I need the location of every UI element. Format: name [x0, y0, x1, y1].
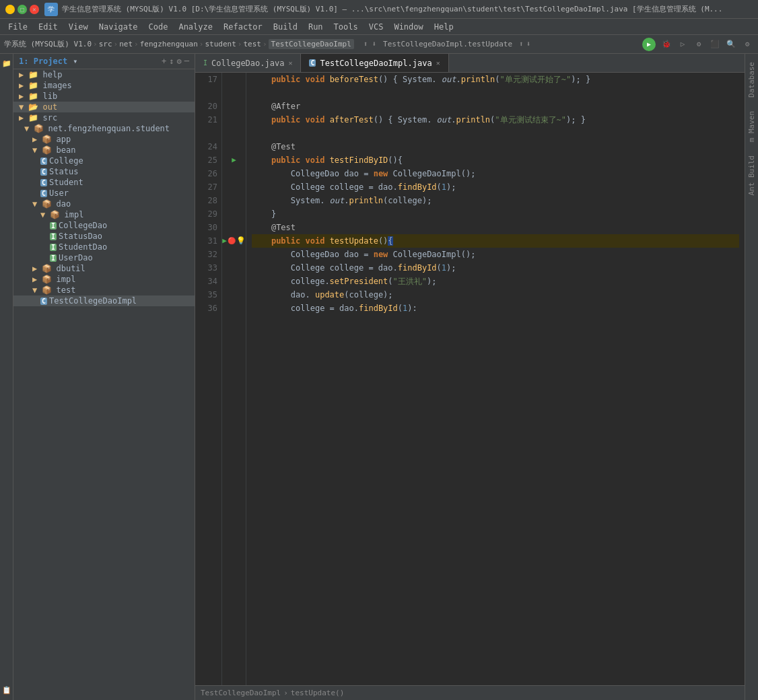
- menu-code[interactable]: Code: [143, 21, 174, 33]
- sidebar-add-icon[interactable]: +: [162, 57, 166, 66]
- code-line-34: college.setPresident("王洪礼");: [252, 275, 739, 288]
- close-button[interactable]: ✕: [30, 5, 39, 14]
- tree-label-package: net.fengzhengquan.student: [48, 124, 170, 133]
- breadcrumb-bar: 学系统 (MYSQL版) V1.0 › src › net › fengzhen…: [0, 35, 758, 54]
- minimize-button[interactable]: ─: [5, 5, 15, 14]
- folder-icon-impl: ▼ 📦: [40, 210, 60, 219]
- class-icon-status: C: [40, 168, 47, 176]
- sidebar-sync-icon[interactable]: ↕: [169, 57, 174, 66]
- run-arrow-31[interactable]: ▶: [222, 234, 227, 248]
- tree-label-statusdao: StatusDao: [59, 232, 102, 241]
- title-text: 学生信息管理系统 (MYSQL版) V1.0 [D:\学生信息管理系统 (MYS…: [62, 4, 753, 14]
- sidebar-settings-icon[interactable]: ⚙: [177, 57, 182, 66]
- gutter-25[interactable]: ▶: [222, 153, 246, 167]
- code-line-30: @Test: [252, 221, 739, 234]
- code-editor[interactable]: 17 20 21 24 25 26 27 28 29 30 31 32 33 3…: [195, 73, 745, 685]
- project-icon[interactable]: 📁: [1, 57, 13, 71]
- menu-edit[interactable]: Edit: [33, 21, 63, 33]
- interface-icon-studentdao: I: [50, 244, 57, 251]
- search-toolbar-button[interactable]: 🔍: [724, 38, 738, 51]
- tab-icon-collegedao: I: [203, 59, 207, 67]
- breadcrumb-method[interactable]: TestCollegeDaoImpl.testUpdate: [383, 40, 512, 48]
- sidebar-dropdown-icon[interactable]: ▾: [73, 57, 77, 66]
- gear-toolbar-button[interactable]: ⚙: [740, 38, 754, 51]
- tree-item-userdao[interactable]: I UserDao: [13, 252, 195, 263]
- breadcrumb-src[interactable]: src: [99, 40, 112, 48]
- run-button[interactable]: ▶: [642, 38, 656, 51]
- tree-label-user: User: [49, 188, 69, 198]
- breadcrumb-root[interactable]: 学系统 (MYSQL版) V1.0: [4, 39, 92, 49]
- tree-label-lib: lib: [42, 92, 57, 101]
- breadcrumb-fengzhengquan[interactable]: fengzhengquan: [140, 40, 198, 48]
- tree-item-studentdao[interactable]: I StudentDao: [13, 242, 195, 252]
- tree-item-package[interactable]: ▼ 📦 net.fengzhengquan.student: [13, 123, 195, 134]
- tree-item-user[interactable]: C User: [13, 188, 195, 199]
- tree-item-src[interactable]: ▶ 📁 src: [13, 112, 195, 123]
- menu-window[interactable]: Window: [388, 21, 428, 33]
- tree-item-collegedao[interactable]: I CollegeDao: [13, 220, 195, 231]
- menu-help[interactable]: Help: [429, 21, 459, 33]
- maven-panel-button[interactable]: m Maven: [746, 106, 757, 147]
- menu-refactor[interactable]: Refactor: [218, 21, 268, 33]
- breakpoint-icon-31[interactable]: 🔴: [228, 234, 236, 248]
- tree-item-impl[interactable]: ▼ 📦 impl: [13, 209, 195, 220]
- menu-tools[interactable]: Tools: [329, 21, 364, 33]
- tree-item-statusdao[interactable]: I StatusDao: [13, 231, 195, 242]
- gutter-21: [222, 113, 246, 127]
- more-run-options[interactable]: ▷: [676, 38, 689, 51]
- code-line-32: CollegeDao dao = new CollegeDaoImpl();: [252, 248, 739, 261]
- database-panel-button[interactable]: Database: [746, 57, 757, 103]
- lightbulb-icon-31[interactable]: 💡: [236, 234, 246, 248]
- tree-label-college: College: [49, 156, 83, 166]
- menu-analyze[interactable]: Analyze: [173, 21, 218, 33]
- maximize-button[interactable]: □: [18, 5, 27, 14]
- ant-build-panel-button[interactable]: Ant Build: [746, 150, 757, 201]
- menu-vcs[interactable]: VCS: [364, 21, 389, 33]
- tree-label-student: Student: [49, 178, 83, 187]
- tree-item-student[interactable]: C Student: [13, 177, 195, 188]
- menu-navigate[interactable]: Navigate: [94, 21, 143, 33]
- line-numbers: 17 20 21 24 25 26 27 28 29 30 31 32 33 3…: [195, 73, 222, 685]
- tree-item-impl2[interactable]: ▶ 📦 impl: [13, 274, 195, 285]
- breadcrumb-student[interactable]: student: [205, 40, 236, 48]
- tree-item-status[interactable]: C Status: [13, 166, 195, 177]
- tree-item-app[interactable]: ▶ 📦 app: [13, 134, 195, 145]
- tab-collegedao[interactable]: I CollegeDao.java ✕: [195, 54, 301, 72]
- tab-close-testcollegedaoimpl[interactable]: ✕: [436, 59, 440, 67]
- tree-item-testcollegedaoimpl[interactable]: C TestCollegeDaoImpl: [13, 295, 195, 306]
- tab-icon-testcollegedaoimpl: C: [309, 59, 316, 67]
- menu-run[interactable]: Run: [303, 21, 329, 33]
- editor-breadcrumb-class[interactable]: TestCollegeDaoImpl: [201, 689, 281, 697]
- tree-item-out[interactable]: ▼ 📂 out: [13, 102, 195, 112]
- editor-area: I CollegeDao.java ✕ C TestCollegeDaoImpl…: [195, 54, 745, 700]
- tree-item-dao[interactable]: ▼ 📦 dao: [13, 199, 195, 209]
- breadcrumb-test[interactable]: test: [243, 40, 261, 48]
- tab-testcollegedaoimpl[interactable]: C TestCollegeDaoImpl.java ✕: [301, 54, 448, 72]
- menu-build[interactable]: Build: [268, 21, 303, 33]
- folder-icon-impl2: ▶ 📦: [32, 275, 52, 284]
- tree-item-dbutil[interactable]: ▶ 📦 dbutil: [13, 263, 195, 274]
- breadcrumb-file[interactable]: TestCollegeDaoImpl: [269, 39, 354, 49]
- tree-item-help[interactable]: ▶ 📁 help: [13, 69, 195, 80]
- tree-item-lib[interactable]: ▶ 📁 lib: [13, 91, 195, 102]
- tree-item-images[interactable]: ▶ 📁 images: [13, 80, 195, 91]
- class-icon-student: C: [40, 179, 47, 186]
- menu-view[interactable]: View: [63, 21, 94, 33]
- editor-tabs: I CollegeDao.java ✕ C TestCollegeDaoImpl…: [195, 54, 745, 73]
- debug-button[interactable]: 🐞: [660, 38, 673, 51]
- left-mini-sidebar: 📁 📋: [0, 54, 13, 700]
- stop-button[interactable]: ⬛: [708, 38, 722, 51]
- tree-item-test[interactable]: ▼ 📦 test: [13, 285, 195, 295]
- settings-run-button[interactable]: ⚙: [692, 38, 705, 51]
- code-content[interactable]: public void beforeTest() { System. out.p…: [246, 73, 745, 685]
- tree-label-status: Status: [49, 167, 78, 176]
- menu-file[interactable]: File: [3, 21, 33, 33]
- tree-item-bean[interactable]: ▼ 📦 bean: [13, 145, 195, 155]
- breadcrumb-net[interactable]: net: [119, 40, 133, 48]
- tree-item-college[interactable]: C College: [13, 155, 195, 166]
- editor-breadcrumb-method[interactable]: testUpdate(): [291, 689, 344, 697]
- structure-icon[interactable]: 📋: [1, 683, 13, 697]
- sidebar-minimize-icon[interactable]: ─: [184, 57, 189, 66]
- folder-icon-dbutil: ▶ 📦: [32, 264, 52, 273]
- tab-close-collegedao[interactable]: ✕: [288, 59, 292, 67]
